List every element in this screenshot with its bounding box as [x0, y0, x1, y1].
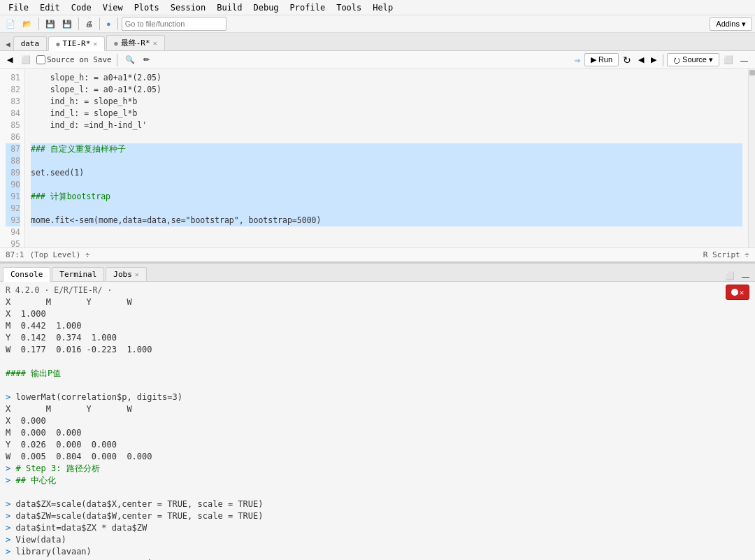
code-line-85: ind_d: =ind_h-ind_l'	[31, 120, 742, 131]
editor-maximize-btn[interactable]: ⬜	[721, 55, 736, 65]
tab-console[interactable]: Console	[3, 267, 50, 282]
console-line-17	[6, 487, 749, 498]
console-header: R 4.2.0 · E/R/TIE-R/ ·	[6, 285, 749, 296]
menu-plots[interactable]: Plots	[129, 1, 165, 14]
source-on-save-label: Source on Save	[36, 55, 112, 64]
console-line-1: X M Y W	[6, 296, 749, 308]
console-line-16: > ## 中心化	[6, 475, 749, 487]
code-tools-btn[interactable]: ✏	[141, 55, 152, 65]
menu-debug[interactable]: Debug	[247, 1, 284, 14]
tab-tier-close[interactable]: ✕	[93, 40, 97, 48]
console-content[interactable]: R 4.2.0 · E/R/TIE-R/ · ✕ X M Y W X 1.000…	[0, 282, 755, 560]
toolbar-sep-4	[117, 17, 118, 30]
tab-terminal[interactable]: Terminal	[52, 267, 104, 281]
code-content[interactable]: slope_h: = a0+a1*(2.05) slope_l: = a0-a1…	[25, 69, 748, 247]
console-line-7: #### 输出P值	[6, 368, 749, 380]
line-num-95: 95	[6, 238, 20, 247]
line-num-88: 88	[6, 155, 20, 167]
menu-code[interactable]: Code	[66, 1, 97, 14]
tab-final[interactable]: ● 最终-R* ✕	[106, 35, 164, 50]
line-num-86: 86	[6, 131, 20, 143]
tab-tier[interactable]: ● TIE-R* ✕	[48, 36, 105, 51]
stop-circle	[731, 289, 738, 296]
editor-level: (Top Level) ÷	[30, 250, 90, 259]
tab-scroll-left[interactable]: ◀	[3, 38, 13, 50]
console-line-22: > library(lavaan)	[6, 546, 749, 558]
source-button[interactable]: ⭮ Source ▾	[667, 53, 719, 66]
menu-build[interactable]: Build	[211, 1, 247, 14]
save-all-button[interactable]: 💾	[59, 18, 75, 30]
line-numbers: 81 82 83 84 85 86 87 88 89 90 91 92 93 9…	[0, 69, 25, 247]
find-btn[interactable]: 🔍	[122, 55, 138, 65]
console-line-4: Y 0.142 0.374 1.000	[6, 332, 749, 344]
console-line-19: > data$ZW=scale(data$W,center = TRUE, sc…	[6, 510, 749, 522]
code-line-89: set.seed(1)	[31, 167, 742, 179]
code-line-94	[31, 227, 742, 238]
editor-body: 81 82 83 84 85 86 87 88 89 90 91 92 93 9…	[0, 69, 755, 247]
console-line-13: Y 0.026 0.000 0.000	[6, 439, 749, 451]
open-file-button[interactable]: 📂	[20, 18, 35, 30]
code-line-81: slope_h: = a0+a1*(2.05)	[31, 72, 742, 84]
rerun-btn[interactable]: ↻	[620, 54, 634, 66]
editor-minimize-btn[interactable]: —	[738, 55, 751, 65]
console-line-14: W 0.005 0.804 0.000 0.000	[6, 451, 749, 463]
bottom-wrapper: Console Terminal Jobs✕ ⬜ — R 4.2.0 · E/R…	[0, 264, 755, 560]
tab-final-dot: ●	[114, 40, 117, 47]
next-location-btn[interactable]: ▶	[648, 55, 659, 65]
line-num-85: 85	[6, 120, 20, 131]
file-tabs: ◀ data ● TIE-R* ✕ ● 最终-R* ✕	[0, 33, 755, 51]
stop-button[interactable]: ✕	[726, 285, 749, 300]
console-maximize-btn[interactable]: ⬜	[722, 271, 738, 281]
console-line-9: > lowerMat(correlation$p, digits=3)	[6, 392, 749, 403]
line-num-94: 94	[6, 227, 20, 238]
tab-final-close[interactable]: ✕	[153, 39, 157, 47]
editor-wrapper: ◀ data ● TIE-R* ✕ ● 最终-R* ✕ ◀ ⬜ Source o…	[0, 33, 755, 264]
line-num-84: 84	[6, 108, 20, 120]
menu-edit[interactable]: Edit	[34, 1, 66, 14]
console-line-12: M 0.000 0.000	[6, 427, 749, 439]
editor-sep-2	[663, 54, 663, 66]
code-line-83: ind_h: = slope_h*b	[31, 96, 742, 108]
code-line-88	[31, 155, 742, 167]
code-line-91: ### 计算bootstrap	[31, 191, 742, 203]
editor-tools-right: ⇒ ▶ Run ↻ ◀ ▶ ⭮ Source ▾ ⬜ —	[574, 53, 751, 66]
tab-jobs[interactable]: Jobs✕	[106, 267, 147, 281]
tab-data[interactable]: data	[13, 36, 48, 50]
addins-button[interactable]: Addins ▾	[710, 17, 752, 31]
menu-session[interactable]: Session	[165, 1, 212, 14]
console-minimize-btn[interactable]: —	[739, 271, 752, 281]
new-file-button[interactable]: 📄	[3, 18, 18, 30]
source-on-save-checkbox[interactable]	[36, 55, 45, 64]
console-line-10: X M Y W	[6, 403, 749, 415]
editor-scrollbar[interactable]	[748, 69, 755, 247]
editor-type: R Script ÷	[703, 250, 749, 259]
editor-show-in-window[interactable]: ⬜	[18, 55, 34, 65]
console-line-21: > View(data)	[6, 534, 749, 546]
menu-help[interactable]: Help	[367, 1, 398, 14]
print-button[interactable]: 🖨	[82, 18, 96, 29]
console-line-6	[6, 356, 749, 368]
line-num-91: 91	[6, 191, 20, 203]
line-num-81: 81	[6, 72, 20, 84]
menu-profile[interactable]: Profile	[285, 1, 331, 14]
menubar: File Edit Code View Plots Session Build …	[0, 0, 755, 15]
bottom-tabs: Console Terminal Jobs✕ ⬜ —	[0, 264, 755, 282]
goto-input[interactable]	[122, 17, 226, 31]
run-button[interactable]: ▶ Run	[584, 53, 619, 66]
code-line-87: ### 自定义重复抽样种子	[31, 143, 742, 155]
save-button[interactable]: 💾	[43, 18, 58, 30]
line-num-89: 89	[6, 167, 20, 179]
new-project-button[interactable]: ●	[103, 18, 114, 29]
editor-position: 87:1	[6, 250, 24, 259]
tab-data-label: data	[21, 39, 40, 48]
code-line-86	[31, 131, 742, 143]
prev-location-btn[interactable]: ◀	[635, 55, 647, 65]
menu-tools[interactable]: Tools	[331, 1, 367, 14]
code-line-84: ind_l: = slope_l*b	[31, 108, 742, 120]
tab-jobs-close[interactable]: ✕	[135, 271, 139, 278]
menu-view[interactable]: View	[97, 1, 129, 14]
editor-back-btn[interactable]: ◀	[4, 55, 15, 65]
console-line-11: X 0.000	[6, 415, 749, 427]
bottom-tab-icons: ⬜ —	[722, 271, 752, 281]
menu-file[interactable]: File	[3, 1, 34, 14]
